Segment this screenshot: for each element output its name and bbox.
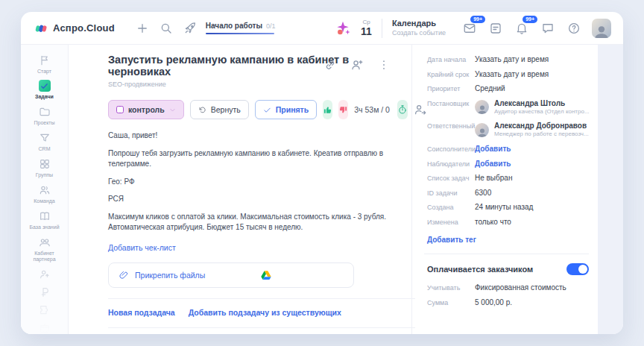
billing-toggle[interactable]: [566, 263, 589, 275]
topbar: Аспро.Cloud Начало работы 0/1: [21, 12, 623, 45]
author-person[interactable]: Александра Штоль Аудитор качества (Отдел…: [475, 99, 590, 116]
sidebar-item-team[interactable]: Команда: [23, 183, 66, 204]
detail-label: Изменена: [427, 218, 475, 226]
sidebar-item-hidden-4[interactable]: [23, 321, 66, 334]
billing-header: Оплачивается заказчиком: [427, 263, 589, 275]
google-drive-icon[interactable]: [260, 269, 272, 281]
attach-files-dropzone[interactable]: Прикрепить файлы: [108, 262, 354, 288]
more-menu-button[interactable]: [376, 57, 392, 73]
calendar-title: Календарь: [392, 19, 446, 29]
author-role: Аудитор качества (Отдел контро...: [494, 108, 590, 116]
detail-row-coexecutors: Соисполнители Добавить: [427, 145, 589, 153]
check-icon: [263, 106, 271, 114]
assignee-person[interactable]: Александр Добронравов Менеджер по работе…: [475, 122, 589, 138]
task-description: Саша, привет! Попрошу тебя загрузить рек…: [108, 130, 409, 233]
divider: [108, 298, 415, 299]
sidebar-item-groups[interactable]: Группы: [23, 157, 66, 178]
help-button[interactable]: [566, 20, 582, 37]
status-dropdown[interactable]: контроль: [108, 100, 184, 119]
inbox-button[interactable]: 99+: [461, 20, 478, 37]
undo-icon: [198, 106, 206, 114]
onboarding-count: 0/1: [266, 22, 276, 30]
people-icon: [38, 183, 51, 196]
deadline-value[interactable]: Указать дату и время: [475, 70, 549, 78]
detail-label: Наблюдатели: [427, 160, 475, 168]
start-date-value[interactable]: Указать дату и время: [475, 55, 549, 63]
notifications-button[interactable]: 99+: [514, 20, 530, 37]
sidebar-item-start[interactable]: Старт: [23, 54, 66, 75]
create-plus-button[interactable]: [134, 20, 151, 37]
calendar-widget[interactable]: Календарь Создать событие: [392, 19, 446, 37]
aspro-logo-icon: [34, 22, 48, 35]
detail-row-start-date: Дата начала Указать дату и время: [427, 55, 589, 63]
accept-button[interactable]: Принять: [255, 100, 317, 119]
thumbs-up-icon: [323, 105, 332, 115]
billing-row-sum: Сумма 5 000,00 р.: [427, 298, 589, 306]
description-paragraph: Гео: РФ: [108, 177, 409, 188]
plus-icon: [136, 22, 149, 35]
stopwatch-icon: [397, 104, 408, 115]
add-watcher-link[interactable]: Добавить: [475, 160, 511, 168]
description-paragraph: РСЯ: [108, 194, 409, 205]
modified-value: только что: [475, 218, 511, 226]
chat-icon: [541, 22, 555, 35]
sidebar-item-hidden-3[interactable]: [23, 303, 66, 316]
sidebar-item-crm[interactable]: CRM: [23, 131, 66, 152]
start-timer-button[interactable]: [397, 100, 408, 119]
onboarding-rocket-button[interactable]: [182, 20, 198, 37]
task-list-value[interactable]: Не выбран: [475, 174, 512, 182]
brand-logo[interactable]: Аспро.Cloud: [34, 22, 115, 35]
task-project[interactable]: SEO-продвижение: [108, 81, 389, 88]
task-toolbar: контроль Вернуть Принять 3ч 53м / 0: [108, 100, 389, 119]
add-tag-link[interactable]: Добавить тег: [427, 236, 476, 244]
add-checklist-link[interactable]: Добавить чек-лист: [108, 243, 176, 252]
sidebar-label: Задачи: [35, 94, 54, 100]
partners-icon: [38, 236, 51, 248]
detail-label: Соисполнители: [427, 145, 475, 153]
notes-icon: [489, 22, 502, 35]
sidebar-item-knowledge-base[interactable]: База знаний: [23, 210, 66, 230]
calendar-subtitle: Создать событие: [392, 29, 446, 37]
today-date[interactable]: Ср 11: [361, 19, 372, 37]
detail-label: Крайний срок: [427, 70, 475, 78]
chat-button[interactable]: [540, 20, 556, 37]
copy-link-button[interactable]: [322, 57, 338, 73]
share-access-button[interactable]: [349, 57, 365, 73]
delegate-button[interactable]: [414, 101, 427, 118]
priority-value[interactable]: Средний: [475, 84, 505, 92]
attach-files-label: Прикрепить файлы: [135, 271, 205, 280]
billing-sum-value[interactable]: 5 000,00 р.: [475, 298, 512, 306]
created-value: 24 минуты назад: [475, 203, 533, 211]
thumbs-up-button[interactable]: [323, 100, 332, 119]
sidebar-item-partner-cabinet[interactable]: Кабинет партнера: [23, 236, 66, 262]
sidebar-label: CRM: [39, 146, 51, 152]
add-coexecutor-link[interactable]: Добавить: [475, 145, 511, 153]
status-checkbox-icon: [116, 106, 124, 113]
date-day: 11: [361, 26, 372, 37]
return-button[interactable]: Вернуть: [190, 100, 249, 119]
billing-account-value[interactable]: Фиксированная стоимость: [475, 283, 566, 292]
inbox-badge: 99+: [470, 16, 485, 23]
notes-button[interactable]: [487, 20, 504, 37]
ai-assistant-button[interactable]: [335, 20, 351, 37]
sidebar-item-hidden-1[interactable]: [23, 268, 66, 280]
sidebar-item-projects[interactable]: Проекты: [23, 105, 66, 126]
thumbs-down-button[interactable]: [338, 100, 348, 119]
detail-row-priority: Приоритет Средний: [427, 84, 589, 92]
author-avatar: [475, 100, 489, 114]
sidebar-label: Кабинет партнера: [23, 251, 66, 262]
detail-row-task-id: ID задачи 6300: [427, 189, 589, 197]
sidebar-item-hidden-2[interactable]: [23, 286, 66, 298]
subtask-actions: Новая подзадача Добавить подзадачу из су…: [108, 308, 389, 317]
add-existing-subtask-link[interactable]: Добавить подзадачу из существующих: [189, 308, 341, 317]
details-panel: Дата начала Указать дату и время Крайний…: [411, 45, 598, 334]
detail-label: Приоритет: [427, 84, 475, 92]
divider: [108, 327, 415, 328]
search-button[interactable]: [158, 20, 174, 37]
detail-label: Создана: [427, 203, 475, 211]
new-subtask-link[interactable]: Новая подзадача: [108, 308, 175, 317]
user-avatar[interactable]: [592, 19, 611, 38]
sidebar-item-tasks[interactable]: Задачи: [23, 80, 66, 100]
onboarding-progress[interactable]: Начало работы 0/1: [206, 22, 274, 35]
topbar-divider: [382, 19, 382, 38]
